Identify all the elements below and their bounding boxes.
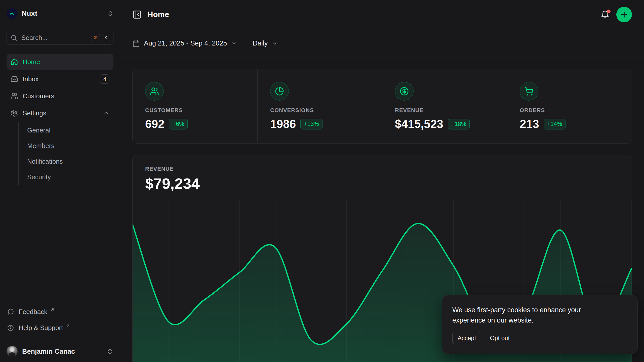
- search-placeholder: Search...: [21, 34, 88, 42]
- team-switcher[interactable]: Nuxt: [0, 0, 120, 19]
- chevron-down-icon: [272, 40, 278, 47]
- sidebar: Nuxt Search... ⌘ K Home Inbox 4: [0, 0, 120, 362]
- sidebar-item-members[interactable]: Members: [19, 138, 113, 154]
- stat-delta-badge: +14%: [544, 119, 566, 129]
- cookie-message-line2: experience on our website.: [452, 315, 627, 326]
- stat-value: 213: [520, 117, 539, 131]
- sidebar-item-general[interactable]: General: [19, 122, 113, 138]
- chevron-up-icon: [103, 110, 109, 116]
- settings-subnav: General Members Notifications Security: [18, 122, 113, 185]
- sidebar-item-customers[interactable]: Customers: [7, 88, 113, 104]
- stat-delta-badge: +18%: [448, 119, 470, 129]
- chevrons-up-down-icon: [107, 10, 113, 17]
- notification-dot: [607, 10, 611, 13]
- revenue-chart-label: REVENUE: [145, 166, 619, 172]
- cookie-toast: We use first-party cookies to enhance yo…: [442, 295, 638, 354]
- date-range-picker[interactable]: Aug 21, 2025 - Sep 4, 2025: [132, 39, 237, 47]
- opt-out-button[interactable]: Opt out: [490, 335, 510, 342]
- accept-button[interactable]: Accept: [452, 332, 481, 344]
- external-link-icon: [66, 324, 70, 328]
- stat-card-revenue[interactable]: REVENUE $415,523 +18%: [382, 69, 507, 143]
- main-area: Home Aug 21, 2025 - Sep 4, 2025: [120, 0, 644, 362]
- users-icon: [145, 82, 164, 101]
- granularity-select[interactable]: Daily: [253, 39, 278, 47]
- sidebar-item-label: Inbox: [23, 75, 39, 83]
- user-name: Benjamin Canac: [22, 348, 102, 355]
- house-icon: [11, 58, 18, 66]
- stats-row: CUSTOMERS 692 +6% CONVERSIONS 1986 +13%: [132, 69, 632, 144]
- stat-card-conversions[interactable]: CONVERSIONS 1986 +13%: [257, 69, 382, 143]
- search-input[interactable]: Search... ⌘ K: [7, 31, 113, 44]
- panel-left-close-icon: [132, 10, 142, 19]
- user-menu[interactable]: Benjamin Canac: [0, 341, 120, 362]
- shopping-cart-icon: [520, 82, 538, 101]
- sidebar-item-label: Settings: [23, 109, 46, 117]
- date-range-label: Aug 21, 2025 - Sep 4, 2025: [144, 39, 227, 47]
- footer-link-label: Help & Support: [19, 324, 63, 332]
- kbd-command: ⌘: [92, 34, 100, 42]
- chevron-down-icon: [231, 40, 237, 47]
- sidebar-item-label: Home: [23, 58, 40, 66]
- add-button[interactable]: [616, 7, 632, 22]
- sidebar-item-notifications[interactable]: Notifications: [19, 154, 113, 169]
- sidebar-item-feedback[interactable]: Feedback: [7, 304, 113, 319]
- plus-icon: [620, 10, 628, 19]
- stat-delta-badge: +6%: [169, 119, 188, 129]
- sidebar-item-security[interactable]: Security: [19, 169, 113, 185]
- footer-link-label: Feedback: [19, 308, 47, 316]
- search-shortcut: ⌘ K: [92, 34, 110, 42]
- pie-chart-icon: [270, 82, 289, 101]
- circle-dollar-icon: [395, 82, 414, 101]
- inbox-count-badge: 4: [100, 74, 109, 84]
- chevrons-up-down-icon: [106, 348, 113, 355]
- sidebar-item-label: Customers: [23, 92, 54, 100]
- sidebar-item-help-support[interactable]: Help & Support: [7, 321, 113, 335]
- stat-label: CONVERSIONS: [270, 107, 370, 114]
- collapse-sidebar-button[interactable]: [132, 10, 142, 19]
- users-icon: [11, 92, 18, 100]
- message-circle-icon: [7, 308, 14, 315]
- stat-label: ORDERS: [520, 107, 619, 114]
- kbd-k: K: [102, 34, 110, 42]
- team-name: Nuxt: [22, 10, 37, 18]
- sidebar-item-home[interactable]: Home: [7, 54, 113, 70]
- info-circle-icon: [7, 324, 14, 331]
- inbox-icon: [11, 75, 18, 83]
- stat-value: 1986: [270, 117, 296, 131]
- nuxt-logo-icon: [7, 8, 17, 19]
- page-title: Home: [147, 10, 169, 19]
- filters-toolbar: Aug 21, 2025 - Sep 4, 2025 Daily: [120, 29, 644, 58]
- avatar: [7, 346, 18, 357]
- search-icon: [10, 34, 17, 41]
- stat-card-customers[interactable]: CUSTOMERS 692 +6%: [133, 69, 257, 143]
- sidebar-footer: Feedback Help & Support: [0, 304, 120, 335]
- external-link-icon: [50, 307, 55, 312]
- calendar-icon: [132, 40, 140, 47]
- cookie-message-line1: We use first-party cookies to enhance yo…: [452, 305, 627, 315]
- sidebar-item-inbox[interactable]: Inbox 4: [7, 71, 113, 87]
- stat-value: $415,523: [395, 117, 443, 131]
- stat-label: CUSTOMERS: [145, 107, 245, 114]
- gear-icon: [11, 109, 18, 117]
- granularity-label: Daily: [253, 39, 268, 47]
- notifications-button[interactable]: [601, 10, 609, 19]
- sidebar-nav: Home Inbox 4 Customers Settings Ge: [0, 54, 120, 185]
- stat-label: REVENUE: [395, 107, 494, 114]
- stat-delta-badge: +13%: [300, 119, 322, 129]
- topbar: Home: [120, 0, 644, 29]
- stat-value: 692: [145, 117, 165, 131]
- stat-card-orders[interactable]: ORDERS 213 +14%: [507, 69, 632, 143]
- revenue-chart-total: $79,234: [145, 175, 619, 192]
- sidebar-item-settings[interactable]: Settings: [7, 105, 113, 121]
